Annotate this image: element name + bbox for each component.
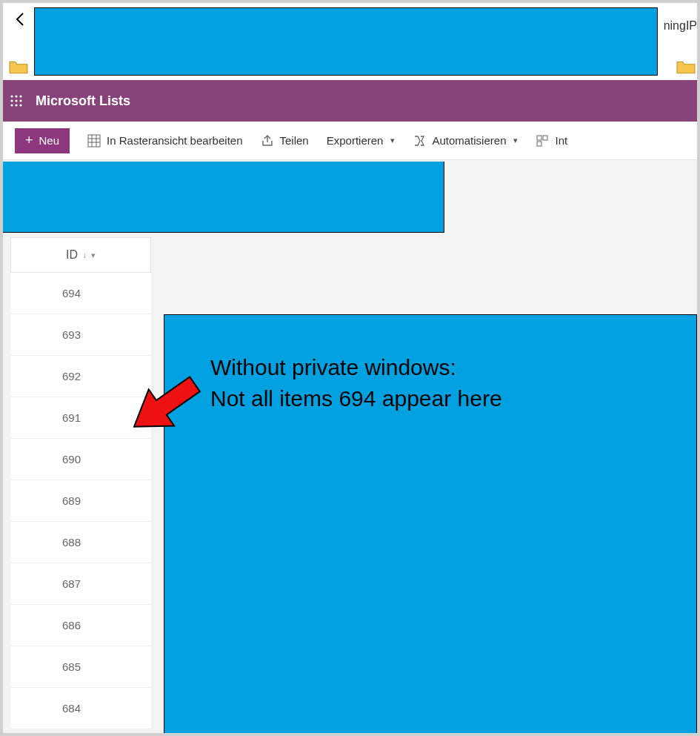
app-header: Microsoft Lists: [3, 80, 697, 122]
browser-chrome: ningIP: [3, 3, 697, 80]
cell-id: 692: [62, 370, 81, 382]
arrow-icon: [120, 361, 209, 450]
new-button[interactable]: + Neu: [15, 128, 70, 153]
command-bar: + Neu In Rasteransicht bearbeiten Teilen…: [3, 122, 697, 160]
table-row[interactable]: 685: [10, 646, 151, 688]
list-area: ID ↓ ▾ 694 693 692 691 690 689 688 687 6…: [10, 237, 690, 733]
table-row[interactable]: 686: [10, 605, 151, 646]
svg-rect-9: [88, 135, 100, 147]
annotation-overlay: Without private windows: Not all items 6…: [164, 314, 697, 733]
integrate-icon: [536, 134, 549, 147]
share-label: Teilen: [280, 134, 309, 147]
svg-marker-17: [121, 366, 207, 445]
svg-point-0: [10, 95, 13, 97]
svg-rect-16: [537, 142, 541, 146]
redaction-box: [34, 7, 658, 76]
plus-icon: +: [25, 133, 33, 148]
cell-id: 693: [62, 328, 81, 341]
integrate-label: Int: [555, 134, 567, 147]
export-button[interactable]: Exportieren ▾: [327, 134, 396, 147]
cell-id: 686: [62, 619, 81, 631]
automate-label: Automatisieren: [432, 134, 506, 147]
svg-point-6: [10, 104, 13, 106]
annotation-line1: Without private windows:: [210, 352, 502, 383]
cell-id: 694: [62, 287, 81, 299]
table-row[interactable]: 688: [10, 522, 151, 563]
app-title: Microsoft Lists: [36, 93, 130, 109]
cell-id: 684: [62, 702, 81, 715]
svg-point-2: [19, 95, 21, 97]
bookmark-folder-icon[interactable]: [9, 59, 28, 74]
table-row[interactable]: 687: [10, 563, 151, 605]
svg-point-7: [15, 104, 17, 106]
svg-point-8: [19, 104, 21, 106]
content-area: ID ↓ ▾ 694 693 692 691 690 689 688 687 6…: [3, 160, 697, 733]
grid-icon: [87, 134, 101, 147]
share-icon: [261, 134, 274, 147]
edit-grid-label: In Rasteransicht bearbeiten: [107, 134, 242, 147]
cell-id: 687: [62, 577, 81, 590]
tab-label-partial: ningIP: [664, 19, 697, 33]
svg-point-5: [19, 99, 21, 102]
table-row[interactable]: 693: [10, 314, 151, 356]
chevron-down-icon: ▾: [91, 251, 96, 260]
svg-point-4: [15, 99, 17, 102]
export-label: Exportieren: [327, 134, 384, 147]
edit-grid-button[interactable]: In Rasteransicht bearbeiten: [87, 134, 242, 147]
cell-id: 690: [62, 453, 81, 465]
cell-id: 685: [62, 660, 81, 673]
annotation-text: Without private windows: Not all items 6…: [210, 352, 502, 414]
chevron-down-icon: ▾: [390, 136, 395, 145]
annotation-line2: Not all items 694 appear here: [210, 383, 502, 414]
share-button[interactable]: Teilen: [261, 134, 309, 147]
app-launcher-icon[interactable]: [6, 90, 27, 111]
svg-rect-14: [537, 136, 541, 140]
svg-rect-15: [543, 136, 547, 140]
table-row[interactable]: 694: [10, 273, 151, 314]
cell-id: 688: [62, 536, 81, 548]
list-rows: 694 693 692 691 690 689 688 687 686 685 …: [10, 273, 151, 729]
svg-point-1: [15, 95, 17, 97]
svg-point-3: [10, 99, 13, 102]
bookmark-folder-icon[interactable]: [676, 59, 696, 74]
new-button-label: Neu: [39, 134, 60, 147]
redaction-box: [3, 162, 444, 233]
cell-id: 691: [62, 411, 81, 424]
chevron-down-icon: ▾: [513, 136, 518, 145]
column-header-id[interactable]: ID ↓ ▾: [10, 237, 151, 273]
flow-icon: [413, 134, 426, 147]
sort-down-icon: ↓: [82, 250, 87, 260]
table-row[interactable]: 689: [10, 480, 151, 522]
integrate-button[interactable]: Int: [536, 134, 567, 147]
automate-button[interactable]: Automatisieren ▾: [413, 134, 518, 147]
table-row[interactable]: 684: [10, 688, 151, 729]
cell-id: 689: [62, 494, 81, 507]
back-button[interactable]: [9, 7, 33, 31]
column-header-label: ID: [66, 248, 78, 262]
